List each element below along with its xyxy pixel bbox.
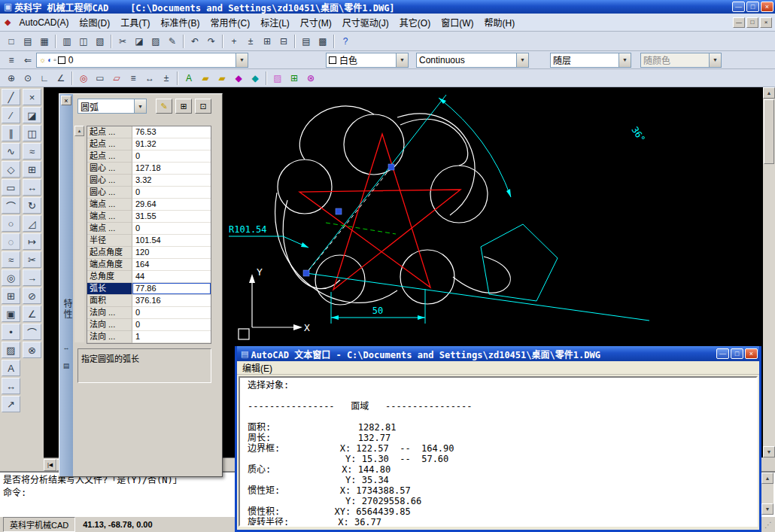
command-scroll-down-icon[interactable]: ▼ — [761, 503, 773, 515]
menu-other[interactable]: 其它(O) — [394, 15, 436, 29]
layer-dropdown-arrow-icon[interactable]: ▼ — [236, 53, 248, 67]
palette-scrollbar[interactable]: ▲ — [74, 126, 84, 342]
text-window-minimize-button[interactable]: — — [716, 348, 729, 359]
menu-draw[interactable]: 绘图(D) — [74, 15, 116, 29]
menu-common-parts[interactable]: 常用件(C) — [205, 15, 256, 29]
property-row[interactable]: 端点 ...29.64 — [87, 199, 211, 211]
copy-object-button[interactable]: ◪ — [23, 107, 41, 123]
menu-annotate[interactable]: 标注(L) — [255, 15, 295, 29]
mdi-close-button[interactable]: × — [760, 17, 772, 28]
quick-select-button[interactable]: ✎ — [156, 99, 172, 114]
close-button[interactable]: × — [761, 2, 773, 12]
units-button[interactable]: ▭ — [92, 71, 108, 86]
make-block-button[interactable]: ▣ — [2, 306, 20, 322]
dimension-button[interactable]: ↔ — [2, 378, 20, 394]
break-button[interactable]: ⊘ — [23, 287, 41, 304]
tab-first-icon[interactable]: |◀ — [44, 459, 56, 471]
draw-revision-cloud-button[interactable]: ◌ — [2, 233, 20, 250]
property-value[interactable]: 91.32 — [132, 138, 211, 150]
text-window-title-bar[interactable]: ▤ AutoCAD 文本窗口 - C:\Documents and Settin… — [237, 346, 759, 361]
property-value[interactable]: 44 — [132, 271, 211, 283]
zoom-previous-button[interactable]: ⊟ — [275, 34, 292, 49]
scale-button[interactable]: ◿ — [23, 215, 41, 232]
toggle-pickadd-button[interactable]: ⊡ — [195, 99, 211, 114]
properties-palette[interactable]: × 特性 ↔ ▤ ▲ 圆弧 ▼ ✎ ⊞ ⊡ 起点 ...76.53 起点 ...… — [59, 93, 223, 477]
text-window-body[interactable]: 选择对象: ---------------- 面域 --------------… — [239, 376, 758, 527]
color-dropdown-arrow-icon[interactable]: ▼ — [396, 53, 408, 67]
ortho-mode-button[interactable]: ∟ — [36, 71, 53, 86]
fillet-button[interactable]: ⌒ — [23, 324, 41, 340]
title-bar[interactable]: ▣ 英科宇 机械工程师CAD [C:\Documents and Setting… — [0, 0, 775, 14]
match-properties-button[interactable]: ✎ — [164, 34, 181, 49]
palette-autohide-icon[interactable]: ↔ — [61, 342, 71, 353]
text-window-maximize-button[interactable]: □ — [731, 348, 743, 359]
property-value[interactable]: 0 — [132, 223, 211, 235]
layer-manager-button[interactable]: ≡ — [3, 53, 20, 68]
draw-multiline-button[interactable]: ∥ — [2, 125, 20, 141]
property-row[interactable]: 端点 ...31.55 — [87, 211, 211, 223]
property-grid[interactable]: 起点 ...76.53 起点 ...91.32 起点 ...0 圆心 ...12… — [87, 126, 211, 344]
property-row[interactable]: 圆心 ...127.18 — [87, 163, 211, 175]
mdi-restore-button[interactable]: □ — [746, 17, 758, 28]
text-window-close-button[interactable]: × — [745, 348, 758, 359]
menu-standard-parts[interactable]: 标准件(B) — [156, 15, 205, 29]
layer-select[interactable]: ☼ ◐ ▫ 0 ▼ — [36, 53, 248, 68]
property-row[interactable]: 面积376.16 — [87, 295, 211, 307]
property-value[interactable]: 164 — [132, 259, 211, 271]
draw-construction-line-button[interactable]: ⁄ — [2, 107, 20, 123]
palette-scroll-up-icon[interactable]: ▲ — [74, 126, 84, 136]
table-style-button[interactable]: ▰ — [214, 71, 230, 86]
property-row[interactable]: 法向 ...0 — [87, 319, 211, 331]
leader-button[interactable]: ↗ — [2, 396, 20, 412]
property-row-selected[interactable]: 弧长77.86 — [87, 283, 211, 295]
property-value[interactable]: 1 — [132, 331, 211, 343]
property-row[interactable]: 端点 ...0 — [87, 223, 211, 235]
property-value[interactable]: 127.18 — [132, 163, 211, 175]
open-button[interactable]: ▤ — [20, 34, 36, 49]
mirror-button[interactable]: ◫ — [23, 125, 41, 141]
property-row[interactable]: 法向 ...0 — [87, 307, 211, 319]
draw-spline-button[interactable]: ≈ — [2, 251, 20, 268]
lineweight-dropdown-arrow-icon[interactable]: ▼ — [618, 53, 631, 67]
draw-line-button[interactable]: ╱ — [2, 89, 20, 105]
color-select[interactable]: 白色 ▼ — [326, 53, 409, 68]
designcenter-button[interactable]: ▩ — [315, 34, 331, 49]
scroll-down-icon[interactable]: ▼ — [763, 446, 775, 458]
menu-autocad[interactable]: AutoCAD(A) — [14, 17, 74, 29]
menu-edit[interactable]: 编辑(E) — [237, 360, 278, 375]
properties-button[interactable]: ▤ — [298, 34, 315, 49]
menu-tools[interactable]: 工具(T) — [115, 15, 155, 29]
paste-button[interactable]: ▨ — [147, 34, 164, 49]
property-value[interactable]: 77.86 — [132, 283, 211, 295]
command-scroll-up-icon[interactable]: ▲ — [761, 473, 773, 484]
property-row[interactable]: 法向 ...1 — [87, 331, 211, 343]
resize-grip-icon[interactable]: ⋰ — [764, 521, 772, 529]
property-row[interactable]: 圆心 ...0 — [87, 187, 211, 199]
draw-circle-button[interactable]: ○ — [2, 215, 20, 232]
text-style-button[interactable]: A — [181, 71, 197, 86]
draw-polygon-button[interactable]: ◇ — [2, 161, 20, 178]
property-value[interactable]: 76.53 — [132, 126, 211, 138]
array-button[interactable]: ⊞ — [23, 161, 41, 178]
menu-window[interactable]: 窗口(W) — [436, 15, 479, 29]
stretch-button[interactable]: ↦ — [23, 233, 41, 250]
draw-ellipse-button[interactable]: ◎ — [2, 269, 20, 286]
object-type-dropdown-arrow-icon[interactable]: ▼ — [134, 99, 146, 113]
multiline-style-button[interactable]: ◆ — [230, 71, 247, 86]
property-row[interactable]: 起点角度120 — [87, 247, 211, 259]
menu-help[interactable]: 帮助(H) — [479, 15, 521, 29]
property-value[interactable]: 376.16 — [132, 295, 211, 307]
boundary-button[interactable]: ▱ — [108, 71, 125, 86]
property-value[interactable]: 0 — [132, 150, 211, 163]
property-value[interactable]: 3.32 — [132, 175, 211, 187]
menu-dimension[interactable]: 尺寸(M) — [295, 15, 337, 29]
print-button[interactable]: ▥ — [59, 34, 75, 49]
undo-button[interactable]: ↶ — [187, 34, 203, 49]
property-value[interactable]: 0 — [132, 187, 211, 199]
hatch-settings-button[interactable]: ▨ — [269, 71, 286, 86]
new-button[interactable]: □ — [3, 34, 20, 49]
property-row[interactable]: 起点 ...91.32 — [87, 138, 211, 150]
property-row[interactable]: 半径101.54 — [87, 235, 211, 247]
mdi-minimize-button[interactable]: — — [733, 17, 745, 28]
property-row[interactable]: 总角度44 — [87, 271, 211, 283]
